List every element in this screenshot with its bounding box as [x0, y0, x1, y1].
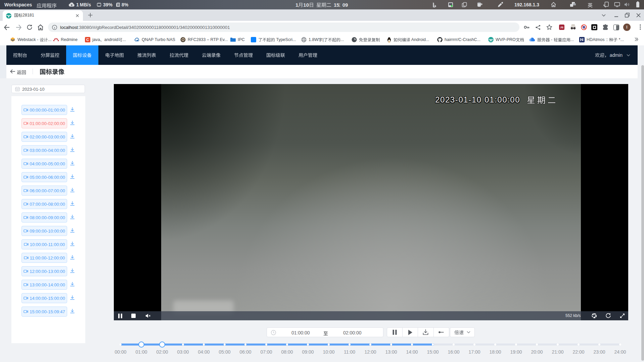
svg-text:WVP-PRO: WVP-PRO — [489, 40, 493, 42]
svg-text:C: C — [86, 38, 89, 42]
